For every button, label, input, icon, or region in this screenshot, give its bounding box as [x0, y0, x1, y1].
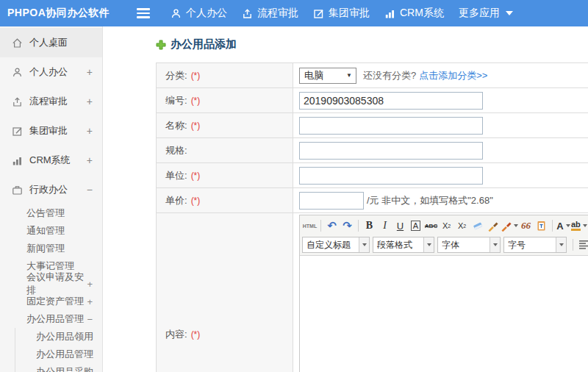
sidebar-subitem-supplies-manage[interactable]: 办公用品管理 — [15, 346, 102, 363]
blockquote-button[interactable]: 66 — [518, 218, 534, 234]
main-content: 办公用品添加 分类: (*) 电脑 ▼ 还没有分类? 点击添加分类>> — [104, 26, 588, 372]
category-select[interactable]: 电脑 ▼ — [299, 68, 356, 84]
highlight-color-dropdown[interactable]: ab — [571, 218, 587, 234]
redo-icon[interactable]: ↷ — [340, 218, 355, 234]
eraser-icon[interactable] — [470, 218, 485, 234]
subitem-label: 会议申请及安排 — [26, 271, 87, 297]
fill-color-dropdown[interactable] — [501, 218, 518, 234]
form-row-category: 分类: (*) 电脑 ▼ 还没有分类? 点击添加分类>> — [157, 63, 588, 88]
category-select-value: 电脑 — [304, 69, 323, 82]
unit-input[interactable] — [299, 167, 483, 185]
sidebar-subitem-supplies-claim[interactable]: 办公用品领用 — [15, 328, 102, 346]
price-format-hint: /元 非中文，如填写格式"2.68" — [367, 194, 493, 207]
spec-input[interactable] — [299, 142, 483, 160]
superscript-button[interactable]: X2 — [439, 218, 454, 234]
font-color-dropdown[interactable]: A — [556, 218, 571, 234]
bar-chart-icon — [384, 8, 395, 19]
nav-label: 更多应用 — [459, 7, 500, 20]
bold-button[interactable]: B — [362, 218, 377, 234]
nav-crm-system[interactable]: CRM系统 — [384, 7, 444, 20]
form-row-spec: 规格: — [157, 138, 588, 163]
price-input[interactable] — [299, 192, 364, 210]
add-plus-icon — [156, 40, 166, 50]
sidebar-subitem-supplies-purchase[interactable]: 办公用品采购 — [15, 363, 102, 372]
sidebar-subitem-supplies-mgmt[interactable]: 办公用品管理 − — [0, 310, 102, 328]
no-category-hint: 还没有分类? — [363, 69, 416, 82]
user-icon — [171, 8, 182, 19]
strikethrough-button[interactable]: ABC — [423, 218, 439, 234]
nav-group-approval[interactable]: 集团审批 — [313, 7, 370, 20]
expand-indicator[interactable]: + — [87, 125, 102, 137]
hamburger-menu-icon[interactable] — [137, 8, 151, 18]
font-size-dropdown[interactable]: 字号 — [503, 237, 567, 253]
sidebar-item-label: 流程审批 — [29, 95, 68, 108]
nav-more-apps[interactable]: 更多应用 — [459, 7, 513, 20]
undo-icon[interactable]: ↶ — [324, 218, 340, 234]
sidebar-subitem-notice-mgmt[interactable]: 通知管理 — [0, 222, 102, 240]
paragraph-format-dropdown[interactable]: 段落格式 — [373, 237, 434, 253]
sidebar-item-label: 个人桌面 — [29, 36, 68, 49]
italic-button[interactable]: I — [377, 218, 392, 234]
editor-content-area[interactable] — [300, 256, 588, 372]
sidebar-item-label: 个人办公 — [29, 65, 68, 79]
sidebar-item-personal-desktop[interactable]: 个人桌面 — [0, 28, 102, 57]
toolbar-separator — [573, 239, 573, 251]
brand-logo[interactable]: PHPOA协同办公软件 — [0, 7, 137, 20]
sidebar-subitem-fixed-assets[interactable]: 固定资产管理 + — [0, 293, 102, 310]
heading-style-dropdown[interactable]: 自定义标题 — [302, 237, 370, 253]
form-row-content: 内容: (*) HTML ↶ ↷ B — [157, 213, 588, 372]
code-input[interactable] — [299, 92, 483, 110]
expand-indicator[interactable]: + — [87, 66, 102, 78]
required-mark: (*) — [191, 71, 201, 81]
home-icon — [12, 37, 23, 49]
required-mark: (*) — [191, 96, 201, 106]
nav-flow-approval[interactable]: 流程审批 — [242, 7, 298, 20]
required-mark: (*) — [191, 196, 201, 206]
add-category-link[interactable]: 点击添加分类>> — [419, 69, 487, 82]
required-mark: (*) — [191, 329, 201, 340]
expand-indicator[interactable]: + — [87, 279, 102, 290]
html-source-button[interactable]: HTML — [302, 218, 318, 234]
expand-indicator[interactable]: + — [87, 96, 102, 107]
form-row-unit: 单位: (*) — [157, 163, 588, 188]
underline-button[interactable]: U — [392, 218, 408, 234]
top-nav: 个人办公 流程审批 集团审批 CRM系统 更多应用 — [171, 7, 513, 20]
toolbar-separator — [320, 220, 321, 232]
briefcase-icon — [12, 185, 23, 196]
form-row-name: 名称: (*) — [157, 113, 588, 138]
subitem-label: 新闻管理 — [26, 242, 65, 255]
sidebar-item-crm-system[interactable]: CRM系统 + — [0, 146, 102, 175]
supplies-submenu: 办公用品领用 办公用品管理 办公用品采购 — [15, 328, 102, 372]
sidebar-subitem-announcement-mgmt[interactable]: 公告管理 — [0, 204, 102, 222]
edit-approval-icon — [12, 126, 23, 137]
expand-indicator[interactable]: + — [87, 296, 102, 307]
category-label: 分类: (*) — [157, 63, 293, 87]
supplies-add-form: 分类: (*) 电脑 ▼ 还没有分类? 点击添加分类>> 编号: (*) — [156, 62, 588, 372]
sidebar: 个人桌面 个人办公 + 流程审批 + 集团审批 + CRM系统 + 行政办公 − — [0, 26, 103, 372]
subitem-label: 办公用品采购 — [36, 365, 93, 372]
font-family-dropdown[interactable]: 字体 — [437, 237, 501, 253]
collapse-indicator[interactable]: − — [87, 314, 102, 325]
top-bar: PHPOA协同办公软件 个人办公 流程审批 集团审批 CRM系统 — [0, 0, 588, 26]
rich-text-editor: HTML ↶ ↷ B I U A ABC X2 — [299, 215, 588, 372]
sidebar-subitem-meeting-request[interactable]: 会议申请及安排 + — [0, 275, 102, 293]
expand-indicator[interactable]: + — [87, 154, 102, 166]
sidebar-subitem-news-mgmt[interactable]: 新闻管理 — [0, 240, 102, 257]
format-brush-icon[interactable] — [485, 218, 501, 234]
sidebar-item-flow-approval[interactable]: 流程审批 + — [0, 87, 102, 116]
paste-text-icon[interactable] — [534, 218, 549, 234]
font-style-button[interactable]: A — [408, 218, 423, 234]
page-title: 办公用品添加 — [156, 37, 588, 51]
align-left-icon[interactable] — [576, 237, 588, 253]
sidebar-item-personal-office[interactable]: 个人办公 + — [0, 57, 102, 87]
collapse-indicator[interactable]: − — [87, 184, 102, 196]
caret-down-icon — [427, 243, 431, 246]
sidebar-item-group-approval[interactable]: 集团审批 + — [0, 116, 102, 146]
nav-personal-office[interactable]: 个人办公 — [171, 7, 227, 20]
subscript-button[interactable]: X2 — [454, 218, 470, 234]
name-input[interactable] — [299, 117, 483, 135]
caret-down-icon: ▼ — [346, 72, 352, 79]
sidebar-item-admin-office[interactable]: 行政办公 − — [0, 175, 102, 204]
unit-label: 单位: (*) — [157, 163, 293, 187]
nav-label: 流程审批 — [257, 7, 298, 20]
